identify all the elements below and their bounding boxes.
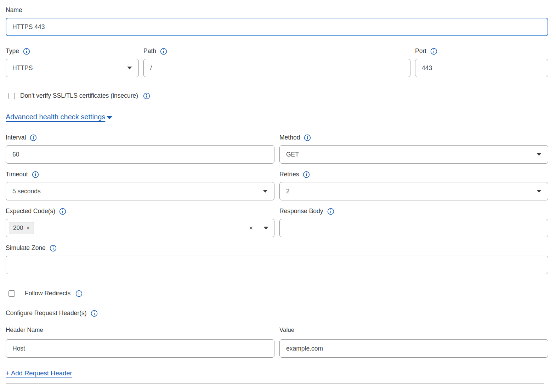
interval-label: Interval <box>6 134 26 141</box>
retries-label: Retries <box>279 171 299 178</box>
add-request-header-link[interactable]: + Add Request Header <box>6 369 548 377</box>
method-label: Method <box>279 134 300 141</box>
header-name-input[interactable] <box>6 339 274 358</box>
name-field: Name <box>6 6 548 36</box>
response-body-field: Response Body <box>279 208 548 237</box>
method-field: Method GET <box>279 134 548 164</box>
type-path-port-row: Type HTTPS Path <box>6 47 548 77</box>
simulate-zone-label: Simulate Zone <box>6 244 46 252</box>
name-input[interactable] <box>6 18 548 36</box>
chevron-down-icon <box>263 227 268 229</box>
ssl-verify-row: Don't verify SSL/TLS certificates (insec… <box>6 92 548 100</box>
header-value-label: Value <box>279 326 294 334</box>
timeout-select[interactable]: 5 seconds <box>6 182 274 200</box>
simulate-zone-field: Simulate Zone <box>6 244 548 274</box>
codes-body-row: Expected Code(s) 200 × × <box>6 208 548 237</box>
type-select-value: HTTPS <box>12 64 33 72</box>
info-icon[interactable] <box>75 290 83 297</box>
chevron-down-icon <box>537 153 541 156</box>
type-select[interactable]: HTTPS <box>6 59 139 77</box>
retries-select-value: 2 <box>286 188 290 195</box>
follow-redirects-row: Follow Redirects <box>6 290 548 297</box>
info-icon[interactable] <box>30 134 37 141</box>
info-icon[interactable] <box>32 171 39 178</box>
ssl-verify-checkbox[interactable] <box>8 93 15 99</box>
chevron-down-icon <box>263 190 268 193</box>
info-icon[interactable] <box>304 134 311 141</box>
header-row: Header Name Value <box>6 326 548 358</box>
port-label: Port <box>415 47 426 55</box>
info-icon[interactable] <box>303 171 310 178</box>
path-label: Path <box>143 47 156 55</box>
health-check-form: Name Type HTTPS Path <box>0 0 554 384</box>
chevron-down-icon <box>106 116 113 119</box>
header-value-input[interactable] <box>279 339 548 358</box>
advanced-settings-row: Advanced health check settings <box>6 113 548 121</box>
timeout-field: Timeout 5 seconds <box>6 171 274 200</box>
info-icon[interactable] <box>23 48 30 55</box>
info-icon[interactable] <box>327 208 334 215</box>
type-label: Type <box>6 47 19 55</box>
interval-method-row: Interval Method GET <box>6 134 548 164</box>
follow-redirects-label: Follow Redirects <box>25 290 70 297</box>
info-icon[interactable] <box>143 92 150 100</box>
request-headers-section: Configure Request Header(s) <box>6 309 548 317</box>
info-icon[interactable] <box>91 310 98 317</box>
header-name-field: Header Name <box>6 326 274 358</box>
ssl-verify-label: Don't verify SSL/TLS certificates (insec… <box>20 92 138 100</box>
expected-codes-label: Expected Code(s) <box>6 208 55 215</box>
request-headers-label: Configure Request Header(s) <box>6 309 87 317</box>
header-name-label: Header Name <box>6 326 43 334</box>
code-tag: 200 × <box>9 222 34 234</box>
chevron-down-icon <box>537 190 541 193</box>
name-label-row: Name <box>6 6 548 14</box>
path-field: Path <box>143 47 410 77</box>
response-body-label: Response Body <box>279 208 323 215</box>
simulate-zone-input[interactable] <box>6 256 548 274</box>
section-divider <box>6 384 544 384</box>
info-icon[interactable] <box>160 48 167 55</box>
info-icon[interactable] <box>430 48 437 55</box>
clear-all-icon[interactable]: × <box>249 224 253 232</box>
method-select-value: GET <box>286 151 299 158</box>
expected-codes-field: Expected Code(s) 200 × × <box>6 208 274 237</box>
code-tag-value: 200 <box>13 225 23 232</box>
path-input[interactable] <box>143 59 410 77</box>
timeout-select-value: 5 seconds <box>12 188 41 195</box>
advanced-settings-link[interactable]: Advanced health check settings <box>6 113 105 121</box>
retries-select[interactable]: 2 <box>279 182 548 200</box>
chevron-down-icon <box>127 67 132 69</box>
response-body-input[interactable] <box>279 219 548 237</box>
timeout-retries-row: Timeout 5 seconds Retries <box>6 171 548 200</box>
follow-redirects-checkbox[interactable] <box>8 290 15 297</box>
info-icon[interactable] <box>50 245 57 252</box>
port-field: Port <box>415 47 548 77</box>
retries-field: Retries 2 <box>279 171 548 200</box>
timeout-label: Timeout <box>6 171 28 178</box>
interval-input[interactable] <box>6 145 274 164</box>
remove-tag-icon[interactable]: × <box>26 225 29 231</box>
info-icon[interactable] <box>59 208 66 215</box>
method-select[interactable]: GET <box>279 145 548 164</box>
port-input[interactable] <box>415 59 548 77</box>
interval-field: Interval <box>6 134 274 164</box>
type-field: Type HTTPS <box>6 47 139 77</box>
expected-codes-multiselect[interactable]: 200 × × <box>6 219 274 237</box>
header-value-field: Value <box>279 326 548 358</box>
name-label: Name <box>6 6 22 14</box>
